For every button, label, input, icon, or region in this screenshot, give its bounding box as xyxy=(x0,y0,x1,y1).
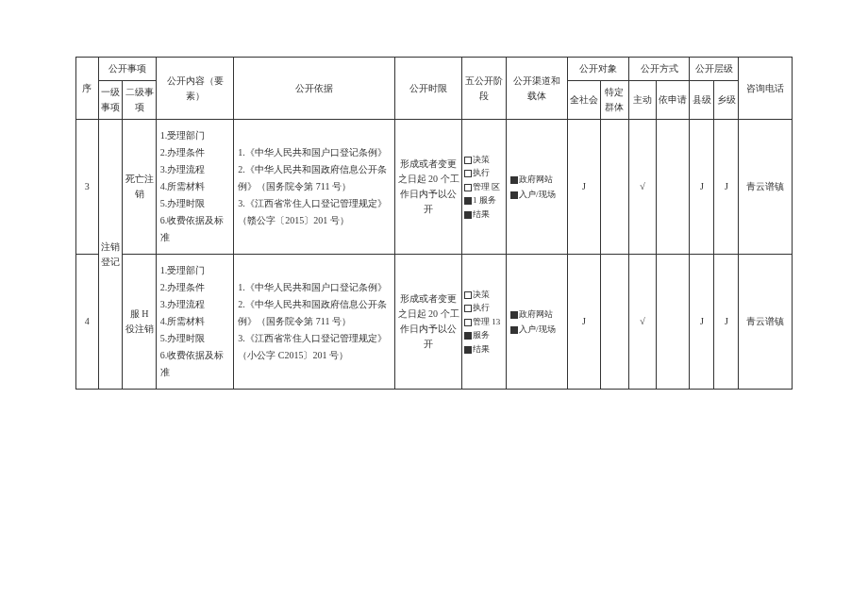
content-item: 1.受理部门 xyxy=(160,127,230,144)
stage-item: 决策 xyxy=(464,288,504,301)
checkbox-unchecked-icon xyxy=(464,184,472,191)
stage-label: 结果 xyxy=(473,344,490,354)
cell-county: J xyxy=(690,255,714,390)
table-row: 3注销登记死亡注销1.受理部门2.办理条件3.办理流程4.所需材料5.办理时限6… xyxy=(76,120,793,255)
checkbox-checked-icon xyxy=(464,197,472,205)
basis-item: 3.《江西省常住人口登记管理规定》（赣公字〔2015〕201 号） xyxy=(238,195,391,229)
content-item: 6.收费依据及标准 xyxy=(160,347,230,381)
carrier-item: 政府网站 xyxy=(510,307,563,322)
cell-county: J xyxy=(690,120,714,255)
stage-item: 管理 13 xyxy=(464,315,504,328)
cell-timelimit: 形成或者变更之日起 20 个工作日内予以公开 xyxy=(395,255,462,390)
th-item: 公开事项 xyxy=(98,58,156,81)
stage-item: 1 服务 xyxy=(464,193,504,207)
cell-content: 1.受理部门2.办理条件3.办理流程4.所需材料5.办理时限6.收费依据及标准 xyxy=(156,120,234,255)
carrier-label: 政府网站 xyxy=(519,309,553,319)
content-item: 5.办理时限 xyxy=(160,195,230,212)
th-content: 公开内容（要素） xyxy=(156,58,234,120)
disclosure-table: 序 公开事项 公开内容（要素） 公开依据 公开时限 五公开阶段 公开渠道和载体 … xyxy=(75,57,793,390)
content-item: 2.办理条件 xyxy=(160,144,230,161)
stage-label: 管理 区 xyxy=(473,182,500,191)
cell-stage: 决策执行管理 13服务结果 xyxy=(461,255,506,390)
checkbox-checked-icon xyxy=(510,191,518,199)
cell-allsociety: J xyxy=(567,255,600,390)
th-timelimit: 公开时限 xyxy=(395,58,462,120)
th-phone: 咨询电话 xyxy=(739,58,793,120)
carrier-label: 入户/现场 xyxy=(519,190,556,199)
header-row-1: 序 公开事项 公开内容（要素） 公开依据 公开时限 五公开阶段 公开渠道和载体 … xyxy=(76,58,793,81)
cell-basis: 1.《中华人民共和国户口登记条例》2.《中华人民共和国政府信息公开条例》（国务院… xyxy=(234,120,395,255)
content-item: 6.收费依据及标准 xyxy=(160,212,230,246)
content-item: 4.所需材料 xyxy=(160,178,230,195)
th-county: 县级 xyxy=(690,81,714,120)
th-stage: 五公开阶段 xyxy=(461,58,506,120)
cell-timelimit: 形成或者变更之日起 20 个工作日内予以公开 xyxy=(395,120,462,255)
stage-item: 服务 xyxy=(464,328,504,341)
checkbox-checked-icon xyxy=(464,346,472,354)
stage-item: 结果 xyxy=(464,342,504,356)
stage-item: 管理 区 xyxy=(464,180,504,193)
stage-label: 执行 xyxy=(473,168,490,177)
stage-label: 执行 xyxy=(473,303,490,312)
cell-seq: 4 xyxy=(76,255,99,390)
cell-level1: 注销登记 xyxy=(98,120,123,390)
cell-basis: 1.《中华人民共和国户口登记条例》2.《中华人民共和国政府信息公开条例》（国务院… xyxy=(234,255,395,390)
cell-specificgroup xyxy=(601,120,628,255)
basis-item: 1.《中华人民共和国户口登记条例》 xyxy=(238,144,391,161)
basis-item: 1.《中华人民共和国户口登记条例》 xyxy=(238,279,391,296)
carrier-item: 政府网站 xyxy=(510,172,563,187)
basis-item: 3.《江西省常住人口登记管理规定》（小公字 C2015〕201 号） xyxy=(238,330,391,364)
stage-label: 1 服务 xyxy=(473,195,496,205)
stage-label: 管理 13 xyxy=(473,317,500,326)
th-active: 主动 xyxy=(628,81,656,120)
cell-onrequest xyxy=(657,255,690,390)
checkbox-unchecked-icon xyxy=(464,305,472,312)
cell-active: √ xyxy=(628,120,656,255)
content-item: 1.受理部门 xyxy=(160,262,230,279)
th-allsociety: 全社会 xyxy=(567,81,600,120)
checkbox-checked-icon xyxy=(510,326,518,334)
th-method: 公开方式 xyxy=(628,58,690,81)
checkbox-unchecked-icon xyxy=(464,170,472,177)
cell-active: √ xyxy=(628,255,656,390)
th-level2: 二级事项 xyxy=(123,81,156,120)
cell-allsociety: J xyxy=(567,120,600,255)
th-specificgroup: 特定群体 xyxy=(601,81,628,120)
stage-label: 决策 xyxy=(473,290,490,299)
th-channel: 公开渠道和载体 xyxy=(507,58,568,120)
basis-item: 2.《中华人民共和国政府信息公开条例》（国务院令第 711 号） xyxy=(238,161,391,195)
stage-item: 执行 xyxy=(464,166,504,179)
stage-label: 决策 xyxy=(473,155,490,164)
basis-item: 2.《中华人民共和国政府信息公开条例》（国务院令第 711 号） xyxy=(238,296,391,330)
th-level1: 一级事项 xyxy=(98,81,123,120)
checkbox-unchecked-icon xyxy=(464,291,472,299)
th-township: 乡级 xyxy=(714,81,739,120)
th-level: 公开层级 xyxy=(690,58,739,81)
carrier-item: 入户/现场 xyxy=(510,187,563,202)
cell-channel: 政府网站入户/现场 xyxy=(507,120,568,255)
cell-township: J xyxy=(714,255,739,390)
cell-stage: 决策执行管理 区1 服务结果 xyxy=(461,120,506,255)
th-onrequest: 依申请 xyxy=(657,81,690,120)
table-body: 3注销登记死亡注销1.受理部门2.办理条件3.办理流程4.所需材料5.办理时限6… xyxy=(76,120,793,390)
carrier-label: 政府网站 xyxy=(519,174,553,184)
table-row: 4服 H 役注销1.受理部门2.办理条件3.办理流程4.所需材料5.办理时限6.… xyxy=(76,255,793,390)
cell-level2: 死亡注销 xyxy=(123,120,156,255)
checkbox-checked-icon xyxy=(510,311,518,319)
cell-township: J xyxy=(714,120,739,255)
cell-specificgroup xyxy=(601,255,628,390)
cell-content: 1.受理部门2.办理条件3.办理流程4.所需材料5.办理时限6.收费依据及标准 xyxy=(156,255,234,390)
carrier-label: 入户/现场 xyxy=(519,324,556,334)
checkbox-unchecked-icon xyxy=(464,319,472,326)
checkbox-checked-icon xyxy=(510,176,518,184)
th-seq: 序 xyxy=(76,58,99,120)
checkbox-checked-icon xyxy=(464,332,472,340)
stage-item: 执行 xyxy=(464,301,504,314)
checkbox-checked-icon xyxy=(464,211,472,219)
cell-phone: 青云谱镇 xyxy=(739,255,793,390)
cell-phone: 青云谱镇 xyxy=(739,120,793,255)
content-item: 4.所需材料 xyxy=(160,313,230,330)
th-basis: 公开依据 xyxy=(234,58,395,120)
stage-label: 结果 xyxy=(473,209,490,219)
stage-label: 服务 xyxy=(473,330,490,340)
